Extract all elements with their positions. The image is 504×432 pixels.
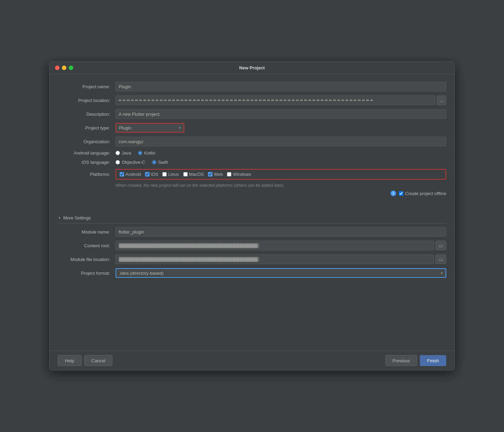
browse-button[interactable]: ... (437, 95, 446, 105)
android-language-row: Android language: Java Kotlin (58, 148, 446, 158)
android-java-label: Java (122, 150, 131, 156)
previous-button[interactable]: Previous (385, 355, 417, 366)
organization-label: Organization: (58, 139, 113, 144)
more-settings-divider (58, 223, 446, 224)
platform-ios[interactable]: iOS (145, 172, 158, 177)
platform-android-label: Android (125, 172, 141, 177)
android-language-group: Java Kotlin (116, 150, 446, 156)
content-root-label: Content root: (58, 243, 113, 248)
minimize-window-button[interactable] (62, 66, 66, 70)
platform-macos[interactable]: MacOS (183, 172, 204, 177)
more-settings-section: ▼ More Settings Module name: Content roo… (58, 214, 446, 280)
content-root-browse-button[interactable]: 🗂 (435, 241, 446, 250)
module-file-location-row: Module file location: 🗂 (58, 252, 446, 266)
description-label: Description: (58, 112, 113, 117)
content-root-input[interactable] (116, 241, 434, 250)
android-java-option[interactable]: Java (116, 150, 131, 156)
platform-android-checkbox[interactable] (120, 172, 124, 177)
platform-windows-checkbox[interactable] (227, 172, 231, 177)
ios-swift-label: Swift (158, 160, 168, 165)
platform-windows-label: Windows (233, 172, 251, 177)
project-format-label: Project format: (58, 271, 113, 276)
module-file-browse-button[interactable]: 🗂 (435, 254, 446, 264)
module-file-location-input[interactable] (116, 254, 434, 264)
platform-ios-checkbox[interactable] (145, 172, 150, 177)
cancel-button[interactable]: Cancel (84, 355, 112, 366)
project-name-label: Project name: (58, 84, 113, 89)
info-icon: i (391, 191, 396, 196)
platform-windows[interactable]: Windows (227, 172, 251, 177)
ios-objc-radio[interactable] (116, 160, 120, 164)
ios-objc-option[interactable]: Objective-C (116, 160, 145, 165)
project-name-row: Project name: (58, 80, 446, 93)
ios-objc-label: Objective-C (122, 160, 145, 165)
content-root-input-group: 🗂 (116, 241, 446, 250)
content-root-row: Content root: 🗂 (58, 239, 446, 252)
description-input[interactable] (116, 109, 446, 119)
platform-web-label: Web (214, 172, 223, 177)
ios-language-row: iOS language: Objective-C Swift (58, 158, 446, 167)
project-type-label: Project type: (58, 125, 113, 130)
finish-button[interactable]: Finish (420, 355, 446, 366)
footer-right-buttons: Previous Finish (385, 355, 446, 366)
project-format-select[interactable]: .idea (directory-based) Eclipse (.classp… (116, 268, 446, 278)
organization-input[interactable] (116, 137, 446, 146)
more-settings-label: More Settings (63, 215, 91, 220)
project-format-select-wrapper: .idea (directory-based) Eclipse (.classp… (116, 268, 446, 278)
platform-linux[interactable]: Linux (162, 172, 179, 177)
help-button[interactable]: Help (58, 355, 81, 366)
window-controls (55, 66, 73, 70)
android-java-radio[interactable] (116, 151, 120, 155)
module-name-label: Module name: (58, 229, 113, 235)
platform-macos-checkbox[interactable] (183, 172, 188, 177)
dialog-body: Project name: Project location: ... Desc… (50, 74, 454, 351)
module-name-input[interactable] (116, 227, 446, 237)
project-location-row: Project location: ... (58, 93, 446, 107)
platform-linux-label: Linux (168, 172, 179, 177)
new-project-dialog: New Project Project name: Project locati… (49, 61, 455, 371)
create-offline-label[interactable]: Create project offline (399, 191, 446, 196)
project-type-select[interactable]: Plugin Application Module Package Plugin… (116, 123, 184, 133)
platform-web[interactable]: Web (208, 172, 223, 177)
dialog-title: New Project (239, 65, 265, 70)
close-window-button[interactable] (55, 66, 59, 70)
create-offline-row: i Create project offline (58, 189, 446, 197)
android-kotlin-radio[interactable] (138, 151, 142, 155)
create-offline-text: Create project offline (405, 191, 446, 196)
ios-swift-radio[interactable] (152, 160, 156, 164)
platforms-label: Platforms: (58, 172, 113, 177)
ios-swift-option[interactable]: Swift (152, 160, 168, 165)
platform-macos-label: MacOS (189, 172, 204, 177)
platforms-row: Platforms: Android iOS Linux MacOS (58, 167, 446, 182)
more-settings-triangle-icon: ▼ (58, 216, 61, 220)
dialog-footer: Help Cancel Previous Finish (50, 351, 454, 370)
ios-language-label: iOS language: (58, 160, 113, 165)
project-type-row: Project type: Plugin Application Module … (58, 121, 446, 135)
maximize-window-button[interactable] (69, 66, 73, 70)
project-location-label: Project location: (58, 98, 113, 103)
module-file-location-label: Module file location: (58, 257, 113, 262)
platform-android[interactable]: Android (120, 172, 141, 177)
description-row: Description: (58, 107, 446, 121)
ios-language-group: Objective-C Swift (116, 160, 446, 165)
platform-note: When created, the new project will run o… (58, 182, 446, 189)
location-input-group: ... (116, 95, 446, 105)
footer-left-buttons: Help Cancel (58, 355, 112, 366)
spacer (58, 197, 446, 211)
create-offline-checkbox[interactable] (399, 191, 403, 196)
platforms-box: Android iOS Linux MacOS Web (116, 169, 446, 180)
platform-linux-checkbox[interactable] (162, 172, 167, 177)
project-name-input[interactable] (116, 82, 446, 91)
more-settings-header[interactable]: ▼ More Settings (58, 214, 446, 222)
project-type-select-wrapper: Plugin Application Module Package Plugin… (116, 123, 184, 133)
platform-web-checkbox[interactable] (208, 172, 212, 177)
organization-row: Organization: (58, 135, 446, 148)
title-bar: New Project (50, 62, 454, 74)
more-settings-content: Module name: Content root: 🗂 Module file… (58, 225, 446, 280)
platform-ios-label: iOS (151, 172, 158, 177)
project-format-row: Project format: .idea (directory-based) … (58, 266, 446, 280)
android-kotlin-label: Kotlin (144, 150, 155, 156)
android-kotlin-option[interactable]: Kotlin (138, 150, 155, 156)
android-language-label: Android language: (58, 150, 113, 156)
project-location-input[interactable] (116, 95, 435, 105)
